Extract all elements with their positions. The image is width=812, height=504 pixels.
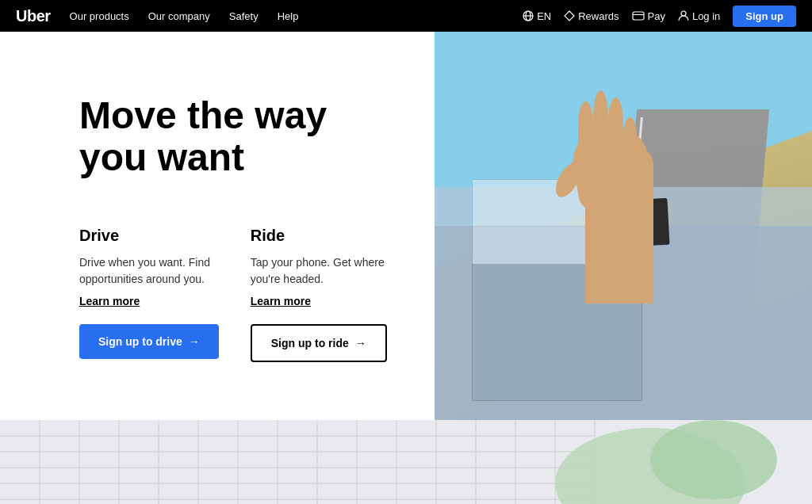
svg-point-28 — [650, 420, 777, 499]
pay-icon — [632, 11, 645, 21]
hero-title: Move the way you want — [79, 95, 349, 179]
nav-safety-link[interactable]: Safety — [229, 10, 259, 22]
login-button[interactable]: Log in — [678, 10, 720, 22]
drive-card: Drive Drive when you want. Find opportun… — [79, 227, 219, 362]
map-grid-svg — [0, 420, 812, 504]
ride-learn-more[interactable]: Learn more — [251, 295, 311, 307]
nav-products-link[interactable]: Our products — [70, 10, 129, 22]
drive-title: Drive — [79, 227, 219, 245]
language-label: EN — [537, 10, 551, 22]
person-icon — [678, 10, 689, 21]
hero-cards: Drive Drive when you want. Find opportun… — [79, 227, 387, 362]
nav-help-link[interactable]: Help — [278, 10, 299, 22]
ride-title: Ride — [251, 227, 387, 245]
globe-icon — [523, 10, 534, 21]
signup-ride-label: Sign up to ride — [271, 337, 349, 349]
pay-label: Pay — [648, 10, 665, 22]
signup-button[interactable]: Sign up — [733, 6, 796, 27]
signup-drive-label: Sign up to drive — [98, 335, 182, 348]
signup-to-drive-button[interactable]: Sign up to drive → — [79, 324, 219, 359]
map-section — [0, 420, 812, 504]
svg-marker-3 — [565, 11, 574, 21]
drive-learn-more[interactable]: Learn more — [79, 295, 140, 307]
finger-3 — [608, 97, 623, 148]
ride-card: Ride Tap your phone. Get where you're he… — [251, 227, 387, 362]
nav-company-link[interactable]: Our company — [148, 10, 210, 22]
svg-rect-4 — [633, 12, 644, 20]
hero-image — [435, 32, 812, 420]
nav-right: EN Rewards Pay Log in Sign up — [523, 6, 796, 27]
rewards-button[interactable]: Rewards — [564, 10, 619, 22]
hero-section: Move the way you want Drive Drive when y… — [0, 32, 812, 420]
uber-logo[interactable]: Uber — [16, 7, 51, 25]
ride-description: Tap your phone. Get where you're headed. — [251, 254, 387, 288]
finger-1 — [578, 101, 593, 148]
signup-to-ride-button[interactable]: Sign up to ride → — [251, 324, 387, 362]
login-label: Log in — [692, 10, 720, 22]
nav-left: Uber Our products Our company Safety Hel… — [16, 7, 298, 25]
language-button[interactable]: EN — [523, 10, 551, 22]
arrow-icon: → — [189, 335, 200, 348]
finger-4 — [623, 117, 637, 156]
hero-content: Move the way you want Drive Drive when y… — [0, 32, 435, 420]
drive-description: Drive when you want. Find opportunities … — [79, 254, 219, 288]
ride-arrow-icon: → — [355, 337, 366, 349]
diamond-icon — [564, 10, 575, 21]
rewards-label: Rewards — [578, 10, 619, 22]
svg-point-6 — [681, 11, 686, 16]
navbar: Uber Our products Our company Safety Hel… — [0, 0, 812, 32]
pay-button[interactable]: Pay — [632, 10, 665, 22]
finger-2 — [593, 90, 608, 145]
hero-photo — [435, 32, 812, 420]
